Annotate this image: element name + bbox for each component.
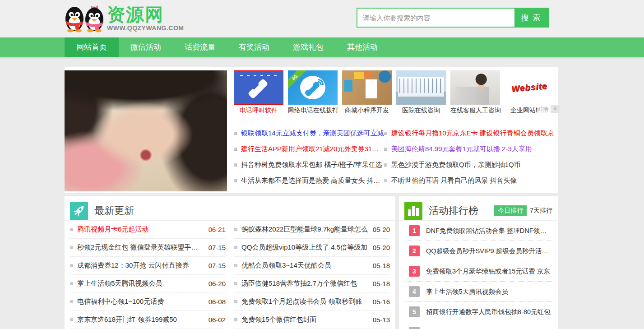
promo-link[interactable]: 抖音种树免费领取水果包邮 橘子/橙子/苹果任选	[241, 161, 382, 169]
promo-link[interactable]: 生活从来都不是选择而是热爱 高质量女头 抖音头像	[241, 176, 384, 185]
rocket-icon	[70, 202, 88, 220]
website-3d-text: Website	[511, 81, 547, 94]
promo-link[interactable]: 黑色沙漠手游免费领取Q币，亲测妙抽1Q币	[391, 161, 521, 169]
latest-title[interactable]: 秒领2元现金红包 微信登录英雄联盟手游云	[77, 243, 204, 252]
latest-title[interactable]: 优酷会员领取3~14天优酷会员	[241, 261, 368, 270]
activity-ranking-card: 活动排行榜 今日排行 7天排行 1DNF免费领取黑钻活动合集 整理DNF领取黑2…	[399, 196, 558, 329]
nav-item[interactable]: 话费流量	[173, 37, 227, 57]
ad-thumb[interactable]: 4G网络电话在线拨打	[288, 70, 338, 115]
thumb-label[interactable]: 医院在线咨询	[396, 107, 446, 115]
search-input[interactable]	[357, 9, 514, 27]
mall-mini-program-dev-image[interactable]	[342, 70, 392, 105]
latest-date: 06-02	[208, 316, 226, 324]
latest-title[interactable]: 成都消费券12：30开抢 云闪付直接券	[77, 261, 204, 270]
hero-photo-image[interactable]	[65, 70, 227, 191]
latest-title[interactable]: 汤臣倍健518营养节抽2.7万个微信红包	[241, 279, 368, 288]
latest-date: 06-08	[208, 298, 226, 306]
tab-7day-ranking[interactable]: 7天排行	[530, 207, 552, 215]
ad-close-icon[interactable]: ×	[551, 105, 560, 113]
thumb-label[interactable]: 电话呼叫软件	[234, 107, 283, 115]
nav-item[interactable]: 有奖活动	[227, 37, 281, 57]
tab-today-ranking[interactable]: 今日排行	[494, 205, 527, 216]
promo-link-row: 抖音种树免费领取水果包邮 橘子/橙子/苹果任选	[234, 157, 384, 173]
qq-penguins-logo-image	[65, 4, 104, 32]
rank-badge: 1	[409, 225, 420, 236]
promo-link[interactable]: 不听世俗的耳语 只看自己的风景 抖音头像	[391, 176, 517, 185]
network-phone-dial-image[interactable]: 4G	[288, 70, 338, 105]
rank-badge: 4	[409, 286, 420, 297]
site-logo[interactable]: 资源网 WWW.QQZYWANG.COM	[65, 4, 184, 32]
bullet-icon	[70, 228, 73, 231]
promo-link[interactable]: 银联领取14元立减支付券，亲测美团优选可立减	[241, 129, 384, 138]
bullet-icon	[70, 300, 73, 303]
ranking-list: 1DNF免费领取黑钻活动合集 整理DNF领取黑2QQ超级会员秒升SVIP9 超级…	[399, 221, 558, 329]
rank-title[interactable]: QQ超级会员秒升SVIP9 超级会员秒升活动 秒	[426, 247, 552, 255]
promo-link-row: 建行生活APP新用户领取21减20元外卖券31减20线下	[234, 141, 384, 157]
promo-links-col1: 银联领取14元立减支付券，亲测美团优选可立减建行生活APP新用户领取21减20元…	[234, 125, 384, 189]
ad-thumb[interactable]: 在线客服人工咨询	[450, 70, 500, 115]
nav-item[interactable]: 其他活动	[335, 37, 389, 57]
thumb-label[interactable]: 在线客服人工咨询	[450, 107, 500, 115]
thumb-label[interactable]: 网络电话在线拨打	[288, 107, 338, 115]
logo-text: 资源网 WWW.QQZYWANG.COM	[107, 5, 184, 32]
promo-links-col2: 建设银行每月撸10元京东E卡 建设银行青铜会员领取京美团海伦斯84.99元套餐1…	[384, 125, 558, 189]
bullet-icon	[234, 163, 237, 167]
latest-row: QQ会员超级vip10等级上线了 4.5倍等级加05-20	[234, 239, 390, 257]
promo-link[interactable]: 建设银行每月撸10元京东E卡 建设银行青铜会员领取京	[391, 129, 554, 138]
bullet-icon	[234, 132, 237, 135]
phone-handset-icon	[251, 82, 267, 97]
rank-row: 1DNF免费领取黑钻活动合集 整理DNF领取黑	[404, 221, 552, 241]
latest-date: 05-20	[373, 226, 390, 233]
latest-title[interactable]: 腾讯视频月卡6元起活动	[77, 225, 204, 234]
latest-title[interactable]: QQ会员超级vip10等级上线了 4.5倍等级加	[241, 243, 368, 252]
latest-date: 06-20	[208, 280, 226, 287]
latest-row: 免费领15个微信红包封面05-13	[234, 311, 390, 329]
ad-thumbs: 电话呼叫软件4G网络电话在线拨打商城小程序开发医院在线咨询在线客服人工咨询Web…	[234, 70, 558, 115]
phone-handset-icon	[307, 83, 318, 95]
ad-thumb[interactable]: 医院在线咨询	[396, 70, 446, 115]
search-button[interactable]: 搜 索	[514, 9, 548, 27]
rank-badge: 2	[409, 246, 420, 256]
nav-item[interactable]: 网站首页	[65, 37, 119, 57]
hospital-online-consult-image[interactable]	[396, 70, 446, 105]
latest-title[interactable]: 电信福利中心领1~100元话费	[77, 297, 204, 306]
rank-title[interactable]: 掌上生活领5天腾讯视频会员	[426, 287, 508, 296]
promo-link-row: 银联领取14元立减支付券，亲测美团优选可立减	[234, 125, 384, 141]
latest-row: 掌上生活领5天腾讯视频会员06-20	[70, 275, 226, 293]
enterprise-website-build-image[interactable]: Website	[505, 70, 554, 105]
ad-thumb[interactable]: 电话呼叫软件	[234, 70, 283, 115]
latest-card-title: 最新更新	[94, 204, 134, 218]
online-customer-service-image[interactable]	[450, 70, 500, 105]
latest-title[interactable]: 蚂蚁森林2022巨型能量球9.7kg能量球怎么	[241, 225, 368, 234]
site-header: 资源网 WWW.QQZYWANG.COM 搜 索	[0, 0, 644, 37]
ad-tag-label: 广告	[537, 105, 551, 113]
latest-row: 电信福利中心领1~100元话费06-08	[70, 293, 226, 311]
promo-link[interactable]: 建行生活APP新用户领取21减20元外卖券31减20线下	[241, 145, 384, 153]
bullet-icon	[70, 282, 73, 285]
site-url: WWW.QQZYWANG.COM	[107, 24, 184, 32]
main-nav-bar: 网站首页微信活动话费流量有奖活动游戏礼包其他活动	[0, 37, 644, 57]
rank-title[interactable]: DNF免费领取黑钻活动合集 整理DNF领取黑	[426, 227, 552, 235]
latest-row: 蚂蚁森林2022巨型能量球9.7kg能量球怎么05-20	[234, 221, 390, 239]
latest-title[interactable]: 掌上生活领5天腾讯视频会员	[77, 279, 204, 288]
phone-call-software-image[interactable]	[234, 70, 283, 105]
bullet-icon	[234, 148, 237, 151]
latest-row: 汤臣倍健518营养节抽2.7万个微信红包05-18	[234, 275, 390, 293]
thumb-label[interactable]: 商城小程序开发	[342, 107, 392, 115]
speech-bubble-icon	[300, 76, 325, 99]
promo-link[interactable]: 美团海伦斯84.99元套餐1元就可以撸 2-3人享用	[391, 145, 532, 153]
site-title: 资源网	[107, 5, 184, 24]
latest-title[interactable]: 免费领15个微信红包封面	[241, 315, 368, 324]
latest-title[interactable]: 免费领取1个月起点读书会员 领取秒到账	[241, 297, 368, 306]
latest-title[interactable]: 京东京造618开门红 领券199减50	[77, 315, 204, 324]
rank-title[interactable]: 招商银行开通数字人民币钱包抽8-80元红包	[426, 308, 551, 316]
rank-row: 4掌上生活领5天腾讯视频会员	[404, 282, 552, 302]
nav-item[interactable]: 游戏礼包	[281, 37, 335, 57]
latest-col2: 蚂蚁森林2022巨型能量球9.7kg能量球怎么05-20QQ会员超级vip10等…	[234, 221, 390, 329]
rank-title[interactable]: 免费领取3个月豪华绿钻或者15元话费 京东	[426, 267, 550, 276]
bullet-icon	[234, 282, 237, 285]
bullet-icon	[384, 132, 387, 135]
nav-item[interactable]: 微信活动	[119, 37, 173, 57]
ranking-tabs: 今日排行 7天排行	[494, 205, 552, 216]
ad-thumb[interactable]: 商城小程序开发	[342, 70, 392, 115]
